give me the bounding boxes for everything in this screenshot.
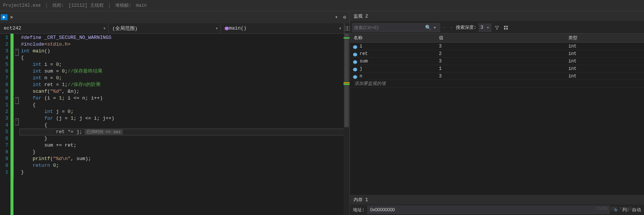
code-line[interactable]: ret *= j;已用时间 <= 1ms [19, 129, 350, 135]
fold-cell[interactable] [13, 104, 19, 111]
fold-cell[interactable] [13, 166, 19, 172]
code-line[interactable]: printf("%d\n", sum); [19, 156, 350, 162]
fold-cell[interactable] [13, 172, 19, 179]
code-line[interactable]: { [19, 122, 350, 129]
change-indicator [10, 34, 13, 215]
chevron-down-icon: ▾ [215, 25, 218, 31]
pin-icon[interactable] [1, 14, 7, 20]
search-icon[interactable]: 🔍 [425, 24, 431, 31]
close-icon[interactable]: ✕ [8, 14, 15, 20]
fold-cell[interactable] [13, 111, 19, 117]
fold-cell[interactable] [13, 34, 19, 41]
chevron-down-icon[interactable]: ▾ [431, 24, 438, 31]
fold-cell[interactable] [13, 152, 19, 159]
fold-cell[interactable] [13, 125, 19, 132]
fold-gutter[interactable]: --- [13, 34, 19, 215]
code-line[interactable]: int sum = 0;//保存最终结果 [19, 68, 350, 75]
code-line[interactable]: } [19, 135, 350, 142]
watch-var-value: 3 [437, 44, 566, 49]
watch-row[interactable]: sum3int [350, 58, 644, 65]
watch-var-type: int [566, 59, 644, 64]
code-line[interactable]: scanf("%d", &n); [19, 88, 350, 95]
depth-label: 搜索深度: [456, 24, 476, 31]
col-name[interactable]: 名称 [350, 35, 437, 41]
watch-row[interactable]: n3int [350, 73, 644, 80]
code-line[interactable]: return 0; [19, 162, 350, 169]
vertical-scrollbar[interactable] [344, 34, 350, 215]
fold-cell[interactable]: - [13, 119, 19, 125]
debug-panels: 监视 2 🔍 ▾ ← → 搜索深度: 3 ▾ 名称 值 类型 i3i [350, 11, 644, 215]
fold-cell[interactable] [13, 76, 19, 83]
watch-row[interactable]: i3int [350, 43, 644, 50]
chevron-down-icon: ▾ [339, 25, 342, 31]
fold-cell[interactable] [13, 69, 19, 76]
nav-scope-dropdown[interactable]: (全局范围) ▾ [109, 23, 221, 33]
search-input[interactable] [354, 25, 425, 30]
watch-row[interactable]: j1int [350, 65, 644, 73]
code-line[interactable]: { [19, 55, 350, 61]
line-number: 1 [0, 102, 10, 108]
address-input[interactable] [367, 206, 609, 214]
watch-var-value: 3 [437, 59, 566, 64]
dropdown-icon[interactable]: ▾ [333, 14, 340, 21]
line-number-gutter: 123456789012345678901 [0, 34, 10, 215]
fold-cell[interactable] [13, 89, 19, 96]
gear-icon[interactable]: ⚙ [341, 14, 348, 21]
fold-cell[interactable] [13, 41, 19, 48]
col-value[interactable]: 值 [437, 35, 566, 41]
scrollbar-thumb[interactable] [344, 34, 349, 127]
code-area[interactable]: #define _CRT_SECURE_NO_WARNINGS#include<… [19, 34, 350, 215]
fold-cell[interactable]: - [13, 97, 19, 104]
grid-icon[interactable] [503, 24, 509, 31]
watch-toolbar: 🔍 ▾ ← → 搜索深度: 3 ▾ [350, 22, 644, 34]
fold-cell[interactable] [13, 139, 19, 145]
fold-cell[interactable] [13, 83, 19, 89]
split-editor-button[interactable] [344, 23, 350, 34]
depth-dropdown[interactable]: 3 ▾ [479, 24, 491, 32]
code-line[interactable]: int j = 0; [19, 108, 350, 115]
watch-search-input[interactable]: 🔍 ▾ [352, 23, 440, 32]
depth-value: 3 [480, 25, 483, 30]
function-icon [225, 26, 229, 31]
cols-dropdown[interactable]: 列: 自动 [622, 207, 641, 213]
watch-var-type: int [566, 74, 644, 79]
fold-cell[interactable] [13, 145, 19, 152]
line-number: 4 [0, 55, 10, 61]
code-line[interactable]: } [19, 169, 350, 176]
fold-cell[interactable] [13, 62, 19, 69]
watch-var-value: 2 [437, 51, 566, 56]
filter-icon[interactable] [494, 24, 500, 31]
code-line[interactable]: { [19, 102, 350, 108]
code-line[interactable]: int i = 0; [19, 61, 350, 68]
back-icon[interactable]: ← [442, 25, 447, 30]
code-line[interactable]: } [19, 149, 350, 156]
thread-value[interactable]: [12112] 主线程 [68, 2, 104, 9]
nav-scope-label: (全局范围) [112, 25, 138, 32]
watch-add-row[interactable]: 添加要监视的项 [350, 80, 644, 87]
code-line[interactable]: int ret = 1;//保存n的阶乘 [19, 82, 350, 88]
code-editor[interactable]: 123456789012345678901 --- #define _CRT_S… [0, 34, 350, 215]
refresh-icon[interactable]: ↻ [613, 206, 619, 213]
code-line[interactable]: #define _CRT_SECURE_NO_WARNINGS [19, 34, 350, 41]
fold-cell[interactable] [13, 132, 19, 139]
code-line[interactable]: for (i = 1; i <= n; i++) [19, 95, 350, 102]
forward-icon[interactable]: → [449, 25, 454, 30]
scrollbar-mark [344, 82, 350, 83]
code-line[interactable]: int n = 0; [19, 75, 350, 82]
fold-cell[interactable]: - [13, 49, 19, 56]
fold-cell[interactable] [13, 56, 19, 62]
nav-file-dropdown[interactable]: ect242 ▾ [0, 23, 109, 33]
code-line[interactable]: sum += ret; [19, 142, 350, 149]
code-line[interactable]: #include<stdio.h> [19, 41, 350, 48]
stackframe-label: 堆栈帧: [115, 2, 131, 9]
nav-function-dropdown[interactable]: main() ▾ [221, 23, 344, 33]
code-line[interactable]: int main() [19, 48, 350, 55]
stackframe-value[interactable]: main [136, 3, 147, 8]
line-number: 5 [0, 61, 10, 68]
fold-cell[interactable] [13, 159, 19, 166]
line-number: 1 [0, 34, 10, 41]
watch-row[interactable]: ret2int [350, 50, 644, 58]
code-line[interactable]: for (j = 1; j <= i; j++) [19, 115, 350, 122]
line-number: 9 [0, 88, 10, 95]
col-type[interactable]: 类型 [566, 35, 644, 41]
